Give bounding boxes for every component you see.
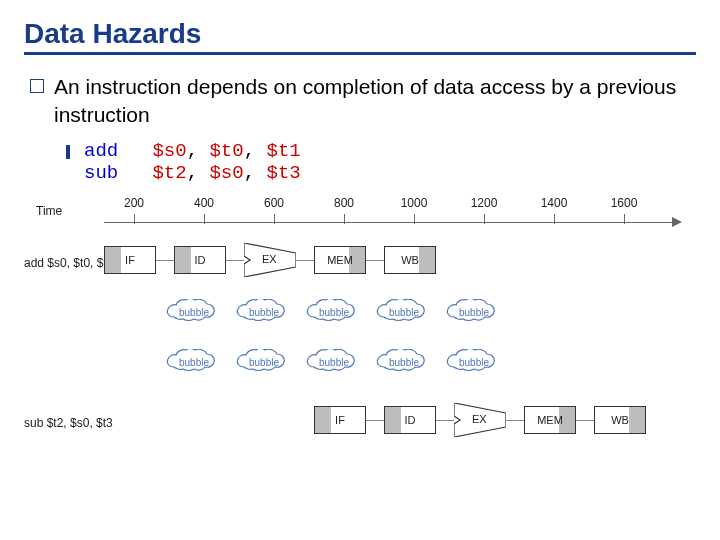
tick-label: 1000 bbox=[401, 196, 428, 210]
bubble-icon: bubble bbox=[374, 349, 434, 381]
stage-mem: MEM bbox=[314, 246, 366, 274]
tick bbox=[274, 214, 275, 224]
tick bbox=[344, 214, 345, 224]
stage-id: ID bbox=[384, 406, 436, 434]
bubble-icon: bubble bbox=[444, 349, 504, 381]
bubble-icon: bubble bbox=[164, 299, 224, 331]
connector bbox=[366, 260, 384, 261]
stage-id: ID bbox=[174, 246, 226, 274]
bubble-icon: bubble bbox=[234, 349, 294, 381]
tick bbox=[554, 214, 555, 224]
connector bbox=[576, 420, 594, 421]
bubble-icon: bubble bbox=[304, 299, 364, 331]
tick-label: 400 bbox=[194, 196, 214, 210]
main-bullet: An instruction depends on completion of … bbox=[30, 73, 696, 130]
stage-mem: MEM bbox=[524, 406, 576, 434]
connector bbox=[156, 260, 174, 261]
bullet-text: An instruction depends on completion of … bbox=[54, 73, 696, 130]
time-label: Time bbox=[36, 204, 62, 218]
instr2-label: sub $t2, $s0, $t3 bbox=[24, 416, 113, 430]
tick-label: 1600 bbox=[611, 196, 638, 210]
axis-arrow-icon bbox=[672, 217, 682, 227]
stage-wb: WB bbox=[594, 406, 646, 434]
connector bbox=[366, 420, 384, 421]
bubble-icon: bubble bbox=[164, 349, 224, 381]
connector bbox=[226, 260, 244, 261]
stage-if: IF bbox=[314, 406, 366, 434]
connector bbox=[506, 420, 524, 421]
code-sub-bullet: add $s0, $t0, $t1 sub $t2, $s0, $t3 bbox=[66, 140, 696, 184]
square-bullet-icon bbox=[30, 79, 44, 93]
connector bbox=[296, 260, 314, 261]
tick-label: 200 bbox=[124, 196, 144, 210]
slide-title: Data Hazards bbox=[24, 18, 696, 50]
tick-label: 800 bbox=[334, 196, 354, 210]
tick-label: 1400 bbox=[541, 196, 568, 210]
stage-ex-label: EX bbox=[262, 253, 277, 265]
tick bbox=[204, 214, 205, 224]
bubble-icon: bubble bbox=[234, 299, 294, 331]
tick-label: 600 bbox=[264, 196, 284, 210]
code-block: add $s0, $t0, $t1 sub $t2, $s0, $t3 bbox=[84, 140, 301, 184]
tick bbox=[134, 214, 135, 224]
instr1-label: add $s0, $t0, $t1 bbox=[24, 256, 113, 270]
bar-bullet-icon bbox=[66, 145, 70, 159]
tick bbox=[414, 214, 415, 224]
stage-wb: WB bbox=[384, 246, 436, 274]
tick bbox=[484, 214, 485, 224]
stage-if: IF bbox=[104, 246, 156, 274]
bubble-icon: bubble bbox=[444, 299, 504, 331]
bubble-icon: bubble bbox=[304, 349, 364, 381]
bubble-icon: bubble bbox=[374, 299, 434, 331]
tick-label: 1200 bbox=[471, 196, 498, 210]
time-axis bbox=[104, 222, 674, 223]
connector bbox=[436, 420, 454, 421]
pipeline-diagram: Time 200 400 600 800 1000 1200 1400 1600… bbox=[24, 204, 696, 504]
title-rule bbox=[24, 52, 696, 55]
stage-ex-label: EX bbox=[472, 413, 487, 425]
tick bbox=[624, 214, 625, 224]
